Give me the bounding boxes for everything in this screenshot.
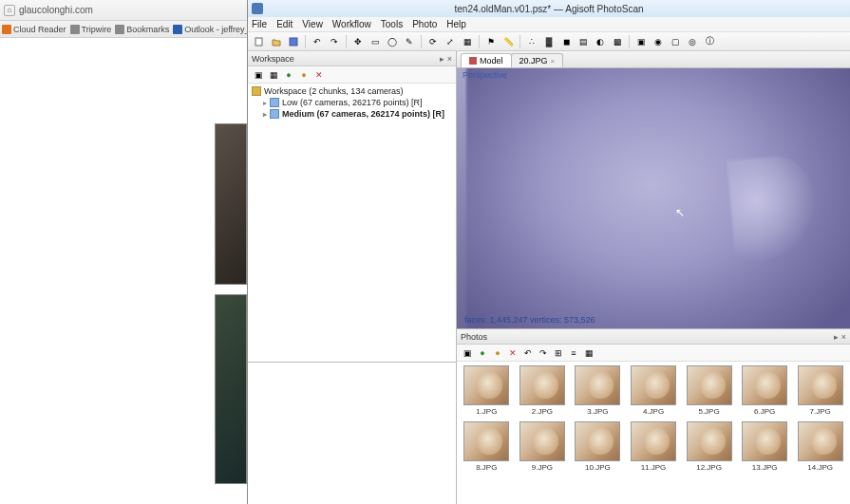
view-wire-button[interactable]: ▤ (576, 34, 591, 49)
photos-remove-button[interactable]: ✕ (506, 346, 519, 360)
mesh-stats: faces: 1,445,247 vertices: 573,526 (464, 315, 595, 325)
disable-button[interactable]: ● (297, 68, 311, 82)
photo-thumbnail[interactable]: 13.JPG (739, 421, 791, 472)
tab-photo[interactable]: 20.JPG × (511, 53, 564, 67)
menu-file[interactable]: File (252, 19, 267, 29)
photos-thumb-button[interactable]: ▦ (582, 346, 595, 360)
bookmark-tripwire[interactable]: Tripwire (70, 25, 112, 34)
photo-thumbnail[interactable]: 2.JPG (517, 365, 569, 416)
photo-thumbnail[interactable]: 14.JPG (794, 421, 846, 472)
show-info-button[interactable]: ⓘ (702, 34, 717, 49)
photo-thumbnail[interactable]: 4.JPG (628, 365, 680, 416)
bookmarks-bar: Cloud Reader Tripwire Bookmarks Outlook … (0, 21, 247, 38)
expand-icon[interactable]: ▸ (263, 99, 267, 107)
undo-button[interactable]: ↶ (310, 34, 325, 49)
scale-button[interactable]: ⤢ (443, 34, 458, 49)
thumbnail-label: 1.JPG (476, 407, 497, 416)
marker-button[interactable]: ⚑ (483, 34, 499, 49)
view-shaded-button[interactable]: ◐ (593, 34, 608, 49)
photo-thumbnail[interactable]: 1.JPG (461, 365, 513, 416)
save-button[interactable] (286, 34, 301, 49)
projection-label: Perspective (463, 70, 507, 80)
photo-thumbnail[interactable]: 8.JPG (461, 421, 513, 472)
view-points-button[interactable]: ∴ (524, 34, 539, 49)
photos-rotate-r-button[interactable]: ↷ (537, 346, 550, 360)
region-button[interactable]: ▦ (460, 34, 475, 49)
view-dense-button[interactable]: ▓ (541, 34, 557, 49)
svg-rect-1 (290, 38, 297, 46)
viewport-3d[interactable]: Perspective faces: 1,445,247 vertices: 5… (457, 68, 850, 328)
model-icon (469, 57, 477, 65)
select-free-button[interactable]: ✎ (402, 34, 417, 49)
photos-panel: Photos ▸ × ▣ ● ● ✕ ↶ ↷ ⊞ ≡ ▦ 1.JPG2.JPG3… (457, 328, 850, 504)
photos-detail-button[interactable]: ≡ (567, 346, 580, 360)
enable-button[interactable]: ● (282, 68, 295, 82)
menu-workflow[interactable]: Workflow (332, 19, 371, 29)
photos-rotate-l-button[interactable]: ↶ (521, 346, 535, 360)
photo-thumbnail[interactable]: 5.JPG (683, 365, 735, 416)
add-photos-button[interactable]: ▦ (267, 68, 280, 82)
photo-thumbnail[interactable]: 11.JPG (628, 421, 680, 472)
photos-reset-button[interactable]: ⊞ (552, 346, 565, 360)
tab-model[interactable]: Model (461, 53, 512, 67)
select-circle-button[interactable]: ◯ (385, 34, 400, 49)
thumbnail-image (575, 365, 620, 405)
new-button[interactable] (252, 34, 267, 49)
menu-help[interactable]: Help (446, 19, 466, 29)
menu-bar: File Edit View Workflow Tools Photo Help (248, 17, 850, 32)
nav-button[interactable]: ✥ (350, 34, 366, 49)
view-texture-button[interactable]: ▩ (610, 34, 625, 49)
show-cameras-button[interactable]: ▣ (633, 34, 649, 49)
view-solid-button[interactable]: ◼ (558, 34, 574, 49)
close-tab-icon[interactable]: × (551, 57, 556, 65)
tree-chunk-low[interactable]: ▸ Low (67 cameras, 262176 points) [R] (250, 97, 454, 108)
thumbnail-label: 5.JPG (698, 407, 719, 416)
menu-edit[interactable]: Edit (276, 19, 293, 29)
show-trackball-button[interactable]: ◎ (685, 34, 700, 49)
photos-grid[interactable]: 1.JPG2.JPG3.JPG4.JPG5.JPG6.JPG7.JPG8.JPG… (457, 362, 850, 504)
browser-window: ⌂ glaucolonghi.com Cloud Reader Tripwire… (0, 0, 247, 504)
photo-thumbnail[interactable]: 6.JPG (739, 365, 791, 416)
tree-chunk-medium[interactable]: ▸ Medium (67 cameras, 262174 points) [R] (250, 108, 454, 120)
add-chunk-button[interactable]: ▣ (252, 68, 265, 82)
show-markers-button[interactable]: ◉ (651, 34, 666, 49)
panel-close-icon[interactable]: ▸ × (440, 54, 452, 64)
menu-photo[interactable]: Photo (412, 19, 437, 29)
bookmark-bookmarks[interactable]: Bookmarks (115, 25, 169, 34)
photo-thumbnail[interactable]: 3.JPG (572, 365, 624, 416)
viewport-tabs: Model 20.JPG × (457, 51, 850, 68)
ruler-button[interactable]: 📏 (501, 34, 516, 49)
menu-view[interactable]: View (302, 19, 323, 29)
expand-icon[interactable]: ▸ (263, 110, 267, 119)
bookmark-icon (2, 25, 11, 34)
main-toolbar: ↶ ↷ ✥ ▭ ◯ ✎ ⟳ ⤢ ▦ ⚑ 📏 ∴ ▓ ◼ ▤ ◐ ▩ ▣ ◉ ▢ … (248, 32, 850, 51)
redo-button[interactable]: ↷ (327, 34, 342, 49)
thumbnail-label: 13.JPG (752, 463, 778, 472)
thumbnail-label: 3.JPG (587, 407, 608, 416)
bookmark-outlook[interactable]: Outlook - jeffrey_un... (173, 25, 247, 34)
bookmark-cloud-reader[interactable]: Cloud Reader (2, 25, 66, 34)
thumbnail-label: 11.JPG (641, 463, 667, 472)
open-button[interactable] (269, 34, 284, 49)
thumbnail-label: 6.JPG (754, 407, 775, 416)
show-region-button[interactable]: ▢ (668, 34, 683, 49)
photo-thumbnail[interactable]: 12.JPG (683, 421, 735, 472)
photo-thumbnail[interactable]: 10.JPG (572, 421, 624, 472)
app-icon (252, 3, 263, 14)
rotate-button[interactable]: ⟳ (425, 34, 441, 49)
address-bar[interactable]: ⌂ glaucolonghi.com (0, 0, 247, 21)
photo-thumbnail[interactable]: 9.JPG (517, 421, 569, 472)
remove-button[interactable]: ✕ (312, 68, 326, 82)
photos-disable-button[interactable]: ● (491, 346, 504, 360)
thumbnail-label: 4.JPG (643, 407, 664, 416)
thumbnail-image (575, 421, 620, 461)
photos-enable-button[interactable]: ● (476, 346, 489, 360)
menu-tools[interactable]: Tools (381, 19, 403, 29)
tree-root[interactable]: Workspace (2 chunks, 134 cameras) (250, 85, 454, 97)
photo-thumbnail[interactable]: 7.JPG (794, 365, 846, 416)
workspace-tree[interactable]: Workspace (2 chunks, 134 cameras) ▸ Low … (248, 84, 456, 363)
panel-close-icon[interactable]: ▸ × (834, 332, 846, 342)
select-rect-button[interactable]: ▭ (368, 34, 383, 49)
photos-add-button[interactable]: ▣ (461, 346, 474, 360)
thumbnail-label: 9.JPG (532, 463, 553, 472)
